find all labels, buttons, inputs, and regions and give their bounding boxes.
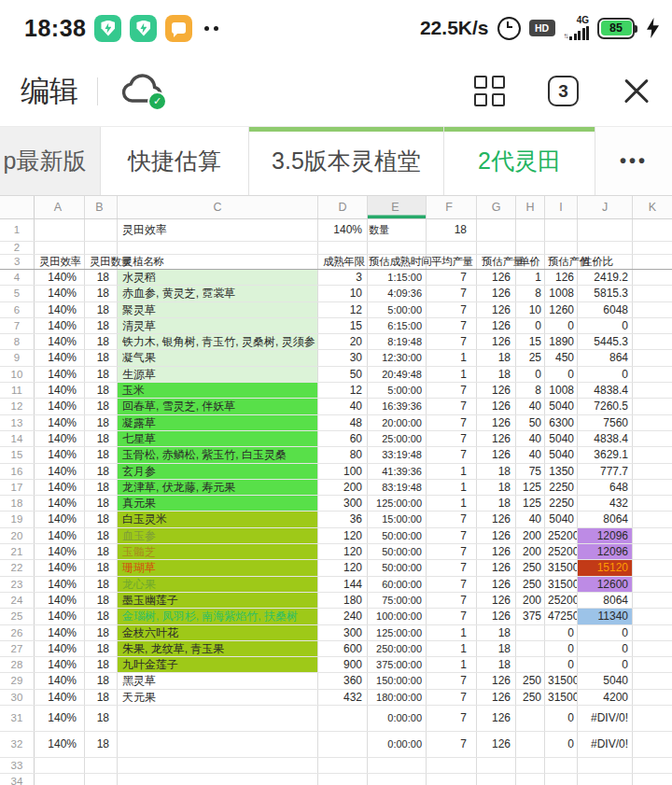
cell-D30[interactable]: 432 [318, 690, 368, 705]
cell-E11[interactable]: 5:00:00 [368, 383, 427, 398]
cell-E26[interactable]: 125:00:00 [368, 625, 427, 640]
cell-H15[interactable]: 40 [516, 447, 545, 462]
cell-J1[interactable] [578, 219, 633, 241]
row-header-17[interactable]: 17 [0, 480, 35, 495]
cell-E34[interactable] [368, 774, 427, 785]
cell-G6[interactable]: 126 [477, 302, 516, 317]
row-header-16[interactable]: 16 [0, 464, 35, 479]
cell-D17[interactable]: 200 [318, 480, 368, 495]
cell-H26[interactable] [516, 625, 545, 640]
cell-I6[interactable]: 1260 [545, 302, 578, 317]
cell-H2[interactable] [516, 242, 545, 254]
cell-G12[interactable]: 126 [477, 399, 516, 414]
cell-I14[interactable]: 5040 [545, 431, 578, 446]
cell-H19[interactable]: 40 [516, 512, 545, 526]
cell-B22[interactable]: 18 [85, 560, 118, 575]
sheet-tab-latest[interactable]: p最新版 [0, 127, 101, 195]
cell-G14[interactable]: 126 [477, 431, 516, 446]
cell-D20[interactable]: 120 [318, 528, 368, 543]
cell-E2[interactable] [368, 242, 427, 254]
cell-F23[interactable]: 7 [427, 577, 477, 592]
cell-J6[interactable]: 6048 [578, 302, 633, 317]
cell-J16[interactable]: 777.7 [578, 464, 633, 479]
cell-F9[interactable]: 1 [427, 350, 477, 365]
cell-K10[interactable] [633, 367, 672, 382]
cell-I5[interactable]: 1008 [545, 286, 578, 301]
cell-K8[interactable] [633, 334, 672, 349]
cell-G13[interactable]: 126 [477, 415, 516, 430]
cell-J21[interactable]: 12096 [578, 544, 633, 559]
cell-C4[interactable]: 水灵稻 [118, 270, 318, 285]
cell-C13[interactable]: 凝露草 [118, 415, 318, 430]
cell-I22[interactable]: 31500 [545, 560, 578, 575]
cell-G17[interactable]: 18 [477, 480, 516, 495]
cell-D9[interactable]: 30 [318, 350, 368, 365]
cell-D32[interactable] [318, 732, 368, 757]
cell-B6[interactable]: 18 [85, 302, 118, 317]
cell-E32[interactable]: 0:00:00 [368, 732, 427, 757]
row-header-29[interactable]: 29 [0, 673, 35, 688]
cell-C29[interactable]: 黑灵草 [118, 673, 318, 688]
cell-A3[interactable]: 灵田效率 [35, 255, 85, 269]
cell-A30[interactable]: 140% [35, 690, 85, 705]
cell-G4[interactable]: 126 [477, 270, 516, 285]
cell-G16[interactable]: 18 [477, 464, 516, 479]
cell-C33[interactable] [118, 758, 318, 773]
cell-I31[interactable]: 0 [545, 706, 578, 731]
cell-C11[interactable]: 玉米 [118, 383, 318, 398]
cell-G3[interactable]: 预估产量 [477, 255, 516, 269]
col-header-F[interactable]: F [427, 196, 477, 218]
cell-E20[interactable]: 50:00:00 [368, 528, 427, 543]
cell-K26[interactable] [633, 625, 672, 640]
cell-A23[interactable]: 140% [35, 577, 85, 592]
row-header-22[interactable]: 22 [0, 560, 35, 575]
row-header-18[interactable]: 18 [0, 496, 35, 511]
window-count-button[interactable]: 3 [548, 76, 579, 106]
row-header-33[interactable]: 33 [0, 758, 35, 773]
cell-F25[interactable]: 7 [427, 609, 477, 624]
cell-I33[interactable] [545, 758, 578, 773]
cell-G34[interactable] [477, 774, 516, 785]
cell-C26[interactable]: 金枝六叶花 [118, 625, 318, 640]
cell-H27[interactable] [516, 641, 545, 656]
cell-E6[interactable]: 5:00:00 [368, 302, 427, 317]
cell-C6[interactable]: 聚灵草 [118, 302, 318, 317]
cell-C3[interactable]: 灵植名称 [118, 255, 318, 269]
cell-B16[interactable]: 18 [85, 464, 118, 479]
cell-D27[interactable]: 600 [318, 641, 368, 656]
cell-J28[interactable]: 0 [578, 657, 633, 672]
cell-A17[interactable]: 140% [35, 480, 85, 495]
cell-E5[interactable]: 4:09:36 [368, 286, 427, 301]
cell-H10[interactable]: 0 [516, 367, 545, 382]
cell-A5[interactable]: 140% [35, 286, 85, 301]
cell-H25[interactable]: 375 [516, 609, 545, 624]
cell-D16[interactable]: 100 [318, 464, 368, 479]
cell-B33[interactable] [85, 758, 118, 773]
cell-J2[interactable] [578, 242, 633, 254]
cell-D6[interactable]: 12 [318, 302, 368, 317]
cell-H6[interactable]: 10 [516, 302, 545, 317]
row-header-5[interactable]: 5 [0, 286, 35, 301]
cell-K21[interactable] [633, 544, 672, 559]
cell-I23[interactable]: 31500 [545, 577, 578, 592]
cell-C14[interactable]: 七星草 [118, 431, 318, 446]
col-header-D[interactable]: D [318, 196, 368, 218]
row-header-14[interactable]: 14 [0, 431, 35, 446]
cell-B31[interactable]: 18 [85, 706, 118, 731]
cell-J9[interactable]: 864 [578, 350, 633, 365]
cell-A31[interactable]: 140% [35, 706, 85, 731]
cell-D31[interactable] [318, 706, 368, 731]
cell-D1[interactable]: 140% [318, 219, 368, 241]
cell-J32[interactable]: #DIV/0! [578, 732, 633, 757]
cell-H28[interactable] [516, 657, 545, 672]
cell-B3[interactable]: 灵田数量 [85, 255, 118, 269]
cell-C7[interactable]: 清灵草 [118, 318, 318, 333]
cell-B14[interactable]: 18 [85, 431, 118, 446]
cell-A8[interactable]: 140% [35, 334, 85, 349]
cell-D11[interactable]: 12 [318, 383, 368, 398]
cell-F17[interactable]: 1 [427, 480, 477, 495]
cell-K14[interactable] [633, 431, 672, 446]
cell-J4[interactable]: 2419.2 [578, 270, 633, 285]
cell-D29[interactable]: 360 [318, 673, 368, 688]
cell-H30[interactable]: 250 [516, 690, 545, 705]
